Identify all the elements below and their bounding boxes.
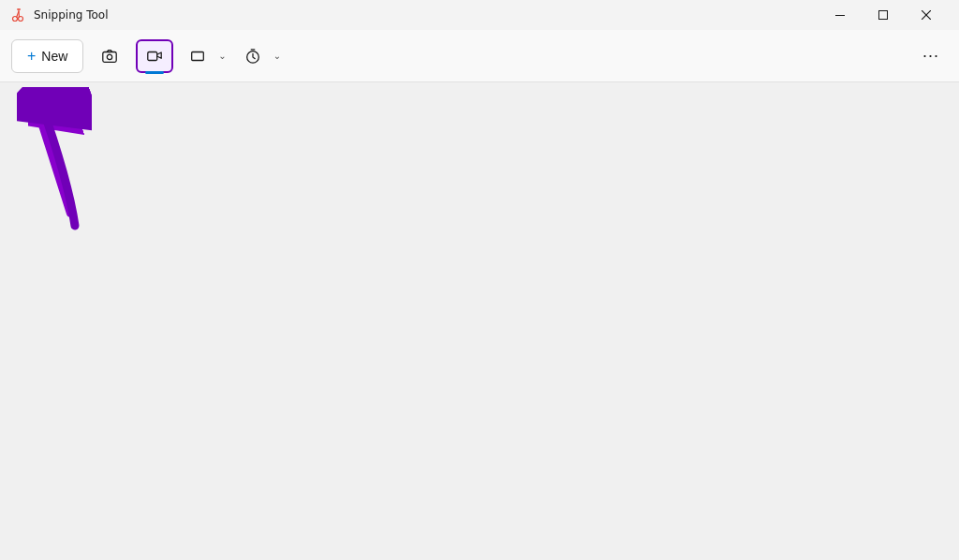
shape-selector-group[interactable]: ⌄ xyxy=(181,39,228,73)
timer-dropdown-arrow[interactable]: ⌄ xyxy=(272,51,283,61)
rectangle-icon xyxy=(189,48,206,65)
more-options-button[interactable]: ··· xyxy=(914,39,948,73)
svg-rect-10 xyxy=(103,52,116,62)
svg-rect-12 xyxy=(148,52,157,60)
timer-button[interactable] xyxy=(236,39,270,73)
toolbar: + New ⌄ ⌄ xyxy=(0,30,959,82)
app-title: Snipping Tool xyxy=(34,8,819,22)
timer-group[interactable]: ⌄ xyxy=(236,39,283,73)
svg-rect-13 xyxy=(192,52,204,60)
window-controls xyxy=(819,0,948,30)
plus-icon: + xyxy=(27,48,36,65)
shape-dropdown-arrow[interactable]: ⌄ xyxy=(216,51,228,61)
close-button[interactable] xyxy=(905,0,948,30)
svg-line-3 xyxy=(19,11,20,18)
screenshot-tool-button[interactable] xyxy=(91,39,128,73)
purple-arrow xyxy=(17,87,92,232)
minimize-button[interactable] xyxy=(819,0,862,30)
content-area xyxy=(0,82,959,560)
more-options-dots: ··· xyxy=(922,46,939,66)
svg-rect-6 xyxy=(835,15,845,16)
app-icon xyxy=(11,7,26,22)
maximize-button[interactable] xyxy=(862,0,905,30)
camera-icon xyxy=(101,48,118,65)
new-button[interactable]: + New xyxy=(11,39,83,73)
video-icon xyxy=(146,48,163,65)
title-bar: Snipping Tool xyxy=(0,0,959,30)
video-tool-button[interactable] xyxy=(136,39,173,73)
shape-selector-button[interactable] xyxy=(181,39,214,73)
clock-icon xyxy=(244,48,261,65)
svg-rect-7 xyxy=(879,11,888,20)
new-button-label: New xyxy=(41,49,67,64)
svg-point-11 xyxy=(108,54,112,59)
